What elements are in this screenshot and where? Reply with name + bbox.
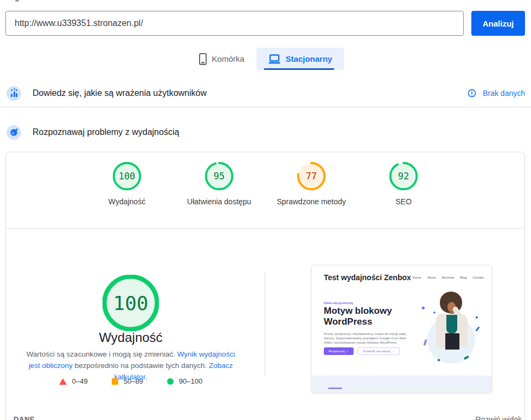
phone-icon <box>199 53 207 65</box>
sparkle-teal: ✦ <box>474 315 479 320</box>
user-experience-title: Dowiedz się, jakie są wrażenia użytkowni… <box>33 88 207 98</box>
legend-triangle-icon <box>59 378 67 385</box>
score-legend: 0–49 50–89 90–100 <box>22 377 239 385</box>
performance-section-header: Rozpoznawaj problemy z wydajnością <box>0 120 531 144</box>
data-section-label: DANE <box>14 415 35 420</box>
sparkle-blue: ✦ <box>432 310 437 316</box>
preview-nav-item: Services <box>442 276 454 279</box>
legend-range: 50–89 <box>124 377 143 385</box>
preview-cta-primary: Rozpocznij → <box>324 347 354 355</box>
url-input[interactable] <box>5 11 464 36</box>
preview-body-text: Prosty, przejrzysty i błyskawiczny motyw… <box>324 332 415 345</box>
sparkle-dark: ✦ <box>436 357 442 363</box>
desktop-icon <box>268 54 280 64</box>
preview-nav-item: Contact <box>472 276 484 279</box>
preview-eyebrow: Pełna edycja witryny <box>324 301 353 305</box>
category-score-0[interactable]: 100 Wydajność <box>92 162 162 207</box>
legend-range: 0–49 <box>72 377 88 385</box>
preview-nav-item: About <box>427 276 436 279</box>
performance-report-card: 100 Wydajność 95 Ułatwienia dostępu 77 S… <box>5 152 525 420</box>
card-divider <box>6 228 524 229</box>
deco-bar-blue <box>475 326 480 332</box>
person-skirt <box>445 333 459 350</box>
person-shirt <box>446 315 457 333</box>
preview-footer-link-placeholder <box>328 387 342 389</box>
category-score-value: 100 <box>113 162 141 190</box>
no-data-link[interactable]: Brak danych <box>483 89 525 98</box>
category-gauge: 77 <box>297 162 325 190</box>
tab-desktop[interactable]: Stacjonarny <box>257 48 344 70</box>
category-score-1[interactable]: 95 Ułatwienia dostępu <box>184 162 254 207</box>
preview-nav-item: Home <box>413 276 421 279</box>
category-score-2[interactable]: 77 Sprawdzone metody <box>276 162 347 207</box>
tab-mobile-label: Komórka <box>212 54 245 63</box>
performance-score-gauge[interactable]: 100 <box>103 275 159 331</box>
legend-item-square: 50–89 <box>112 377 143 385</box>
category-gauge: 100 <box>113 162 141 190</box>
legend-range: 90–100 <box>179 377 202 385</box>
legend-item-triangle: 0–49 <box>59 377 88 385</box>
preview-footer-strip <box>312 376 491 392</box>
category-score-3[interactable]: 92 SEO <box>368 162 439 207</box>
deco-bar-purple <box>423 339 427 346</box>
performance-section-title: Rozpoznawaj problemy z wydajnością <box>33 127 179 137</box>
performance-score-value: 100 <box>103 275 159 331</box>
device-tabs: Komórka Stacjonarny <box>0 48 531 70</box>
disclaimer-part1: Wartości są szacunkowe i mogą się zmieni… <box>27 350 177 358</box>
tab-desktop-label: Stacjonarny <box>286 54 332 63</box>
category-score-label: Ułatwienia dostępu <box>187 197 251 207</box>
preview-nav: HomeAboutServicesBlogContact <box>413 276 484 279</box>
preview-heading: Motyw blokowy WordPress <box>324 306 405 327</box>
info-icon[interactable] <box>468 89 476 98</box>
clipped-text-fragment <box>15 0 19 2</box>
analyze-button[interactable]: Analizuj <box>471 11 525 36</box>
sparkle-purple: ✦ <box>420 304 427 312</box>
tab-mobile[interactable]: Komórka <box>187 48 257 70</box>
category-score-label: SEO <box>395 197 412 207</box>
section-divider <box>0 107 531 107</box>
legend-item-circle: 90–100 <box>167 377 202 385</box>
category-score-value: 92 <box>389 162 418 190</box>
pagespeed-insights-page: Analizuj Komórka Stacjonarny Dowiedz się… <box>0 0 531 420</box>
preview-nav-item: Blog <box>460 276 466 279</box>
category-score-value: 77 <box>297 162 325 190</box>
site-screenshot-preview[interactable]: Test wydajności Zenbox HomeAboutServices… <box>311 265 492 393</box>
performance-detail-title: Wydajność <box>49 330 212 345</box>
active-tab-underline <box>264 68 335 70</box>
column-divider <box>265 273 265 376</box>
category-gauge: 95 <box>205 162 233 190</box>
category-gauge: 92 <box>389 162 418 190</box>
expand-view-button[interactable]: Rozwiń widok <box>475 415 522 420</box>
legend-square-icon <box>112 378 118 385</box>
legend-circle-icon <box>167 378 174 385</box>
preview-logo: Test wydajności Zenbox <box>324 273 411 282</box>
user-experience-icon <box>7 86 21 101</box>
category-scores-row: 100 Wydajność 95 Ułatwienia dostępu 77 S… <box>6 162 524 207</box>
category-score-label: Wydajność <box>108 197 145 207</box>
disclaimer-part2: bezpośrednio na podstawie tych danych. <box>73 361 209 370</box>
performance-gauge-icon <box>7 125 21 140</box>
user-experience-section-header: Dowiedz się, jakie są wrażenia użytkowni… <box>0 81 531 105</box>
preview-cta-secondary: Dowiedz się więcej → <box>357 347 400 355</box>
category-score-value: 95 <box>205 162 233 190</box>
category-score-label: Sprawdzone metody <box>277 197 346 207</box>
